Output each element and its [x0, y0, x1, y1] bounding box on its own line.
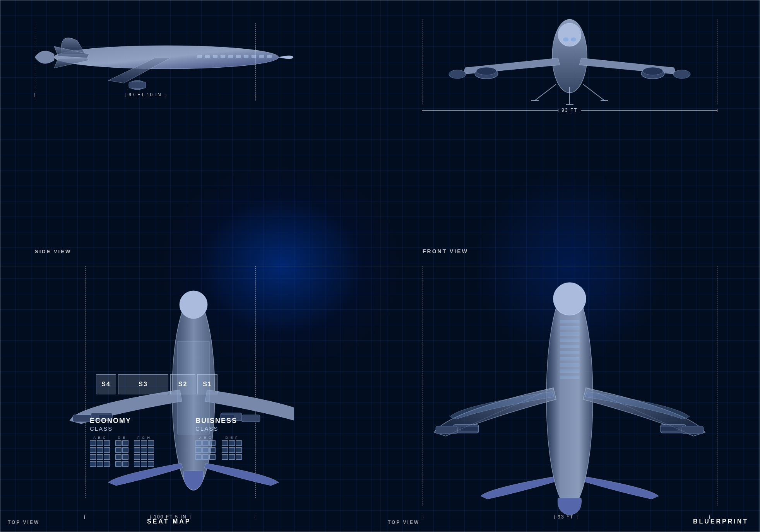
svg-rect-44: [460, 426, 478, 431]
seat: [104, 461, 110, 467]
side-view-quadrant: 97 FT 10 IN SIDE VIEW: [0, 0, 380, 266]
seat: [134, 454, 140, 460]
seat: [148, 447, 154, 453]
seat: [236, 440, 242, 446]
svg-point-30: [563, 37, 569, 42]
seat: [134, 447, 140, 453]
economy-col-fgh: F G H: [134, 436, 154, 467]
seat: [90, 447, 96, 453]
svg-rect-49: [560, 320, 579, 323]
bl-view-label: TOP VIEW: [8, 520, 39, 525]
seat: [122, 440, 128, 446]
svg-rect-58: [560, 376, 579, 379]
seat: [134, 461, 140, 467]
seat: [97, 454, 103, 460]
economy-col-de: D E: [115, 436, 128, 467]
seat: [148, 454, 154, 460]
seat: [222, 454, 228, 460]
svg-line-25: [583, 84, 604, 101]
br-view-label: TOP VIEW: [388, 520, 419, 525]
seat: [229, 454, 235, 460]
seat: [141, 447, 147, 453]
seat: [122, 447, 128, 453]
svg-rect-54: [560, 351, 579, 354]
svg-rect-4: [205, 55, 210, 58]
svg-rect-6: [221, 55, 225, 58]
seat: [202, 447, 209, 453]
business-seat-grid: A B C: [195, 436, 242, 460]
business-col-abc: A B C: [195, 436, 216, 460]
seat: [202, 454, 209, 460]
svg-point-15: [558, 23, 581, 46]
seat: [209, 454, 216, 460]
svg-rect-47: [661, 426, 678, 431]
svg-point-20: [449, 70, 466, 78]
economy-col-abc-label: A B C: [90, 436, 110, 440]
svg-rect-51: [560, 332, 579, 336]
seat: [97, 440, 103, 446]
left-border: [0, 0, 1, 532]
svg-rect-8: [236, 55, 241, 58]
seat: [195, 447, 202, 453]
svg-point-19: [643, 67, 663, 75]
front-view-airplane: [419, 12, 721, 112]
seat: [209, 440, 216, 446]
seat: [229, 447, 235, 453]
seat-map-label: SEAT MAP: [147, 518, 191, 525]
economy-seat-grid: A B C: [90, 436, 154, 467]
svg-rect-48: [682, 426, 704, 434]
svg-rect-50: [560, 326, 579, 329]
seat: [229, 440, 235, 446]
svg-rect-7: [228, 55, 233, 58]
seat: [236, 454, 242, 460]
seat: [115, 461, 122, 467]
svg-rect-12: [267, 55, 272, 58]
seat: [104, 440, 110, 446]
seat: [90, 461, 96, 467]
svg-rect-53: [560, 345, 579, 348]
seat: [148, 461, 154, 467]
svg-point-42: [553, 283, 586, 315]
front-view-quadrant: 93 FT FRONT VIEW: [380, 0, 760, 266]
top-border: [0, 0, 760, 1]
seat: [97, 461, 103, 467]
seat: [104, 447, 110, 453]
economy-col-fgh-label: F G H: [134, 436, 154, 440]
seat: [134, 440, 140, 446]
svg-rect-52: [560, 339, 579, 342]
seat: [90, 454, 96, 460]
seat: [115, 440, 122, 446]
front-view-label: FRONT VIEW: [423, 248, 468, 254]
seat: [195, 454, 202, 460]
seat: [141, 454, 147, 460]
svg-rect-45: [436, 426, 457, 434]
seat: [141, 440, 147, 446]
svg-rect-11: [259, 55, 264, 58]
economy-col-abc: A B C: [90, 436, 110, 467]
svg-point-31: [570, 37, 577, 42]
seat: [90, 440, 96, 446]
top-view-airplane-blueprint: [403, 274, 736, 521]
business-class-info: BUISNESS CLASS A B C: [195, 417, 242, 460]
blueprint-label: BLUERPRINT: [693, 518, 748, 525]
svg-rect-3: [197, 55, 202, 58]
business-title: BUISNESS: [195, 417, 242, 425]
svg-rect-2: [129, 82, 146, 88]
svg-rect-9: [244, 55, 248, 58]
economy-sub: CLASS: [90, 425, 154, 432]
svg-rect-5: [213, 55, 217, 58]
top-view-seatmap-quadrant: S4 S3 S2 S1 ECONOMY CLASS A B C: [0, 266, 380, 532]
economy-class-info: ECONOMY CLASS A B C: [90, 417, 154, 467]
seat: [222, 440, 228, 446]
section-s1: S1: [197, 374, 217, 394]
svg-rect-36: [73, 415, 91, 422]
economy-col-de-label: D E: [115, 436, 128, 440]
top-view-blueprint-quadrant: 93 FT TOP VIEW BLUERPRINT: [380, 266, 760, 532]
section-s4: S4: [96, 374, 116, 394]
seat: [209, 447, 216, 453]
business-col-def-label: D E F: [222, 436, 242, 440]
business-sub: CLASS: [195, 425, 242, 432]
tv-measure-line-2: [190, 517, 256, 517]
seat: [115, 447, 122, 453]
seat: [122, 454, 128, 460]
